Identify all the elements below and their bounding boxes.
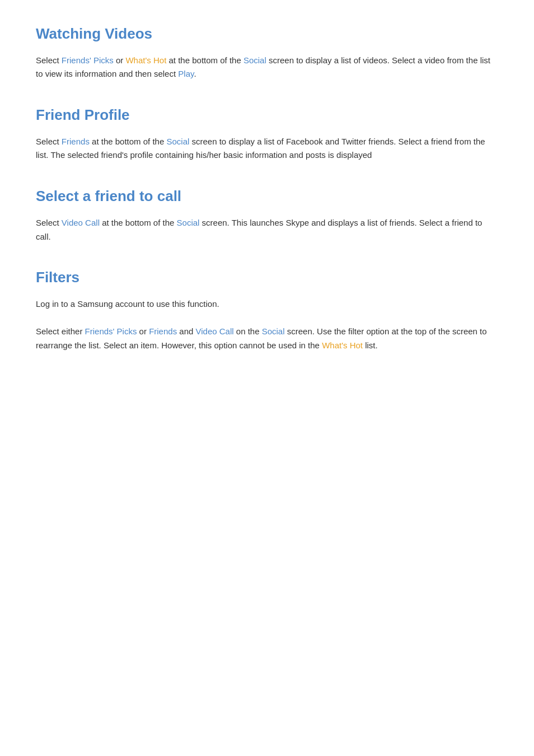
inline-link[interactable]: Social (166, 137, 189, 146)
paragraph-select-friend-to-call-0: Select Video Call at the bottom of the S… (36, 216, 498, 244)
text-span: list. (363, 340, 378, 350)
section-filters: FiltersLog in to a Samsung account to us… (36, 266, 498, 353)
section-body-filters: Log in to a Samsung account to use this … (36, 297, 498, 353)
inline-link[interactable]: Social (177, 218, 200, 227)
paragraph-filters-0: Log in to a Samsung account to use this … (36, 297, 498, 311)
text-span: and (177, 326, 195, 336)
section-title-watching-videos: Watching Videos (36, 22, 498, 46)
inline-link[interactable]: Social (262, 326, 285, 336)
text-span: or (137, 326, 149, 336)
text-span: Select either (36, 326, 85, 336)
inline-link[interactable]: Social (243, 55, 266, 65)
inline-link[interactable]: Video Call (62, 218, 100, 227)
section-body-watching-videos: Select Friends' Picks or What's Hot at t… (36, 54, 498, 82)
inline-link-orange[interactable]: What's Hot (125, 55, 166, 65)
text-span: at the bottom of the (166, 55, 243, 65)
main-content: Watching VideosSelect Friends' Picks or … (36, 22, 498, 353)
inline-link[interactable]: Friends (149, 326, 177, 336)
inline-link[interactable]: Play (178, 69, 194, 78)
text-span: Select (36, 137, 62, 146)
section-body-friend-profile: Select Friends at the bottom of the Soci… (36, 135, 498, 163)
text-span: at the bottom of the (90, 137, 167, 146)
inline-link[interactable]: Friends' Picks (85, 326, 137, 336)
section-title-friend-profile: Friend Profile (36, 104, 498, 127)
section-title-select-friend-to-call: Select a friend to call (36, 185, 498, 208)
inline-link[interactable]: Video Call (196, 326, 234, 336)
text-span: Log in to a Samsung account to use this … (36, 299, 219, 309)
section-watching-videos: Watching VideosSelect Friends' Picks or … (36, 22, 498, 81)
paragraph-filters-1: Select either Friends' Picks or Friends … (36, 325, 498, 353)
text-span: . (194, 69, 196, 78)
text-span: Select (36, 55, 62, 65)
text-span: on the (234, 326, 262, 336)
text-span: or (114, 55, 126, 65)
text-span: Select (36, 218, 62, 227)
section-body-select-friend-to-call: Select Video Call at the bottom of the S… (36, 216, 498, 244)
inline-link[interactable]: Friends' Picks (62, 55, 114, 65)
paragraph-friend-profile-0: Select Friends at the bottom of the Soci… (36, 135, 498, 163)
section-title-filters: Filters (36, 266, 498, 290)
section-select-friend-to-call: Select a friend to callSelect Video Call… (36, 185, 498, 244)
inline-link[interactable]: Friends (62, 137, 90, 146)
section-friend-profile: Friend ProfileSelect Friends at the bott… (36, 104, 498, 162)
paragraph-watching-videos-0: Select Friends' Picks or What's Hot at t… (36, 54, 498, 82)
text-span: at the bottom of the (100, 218, 177, 227)
inline-link-orange[interactable]: What's Hot (322, 340, 363, 350)
